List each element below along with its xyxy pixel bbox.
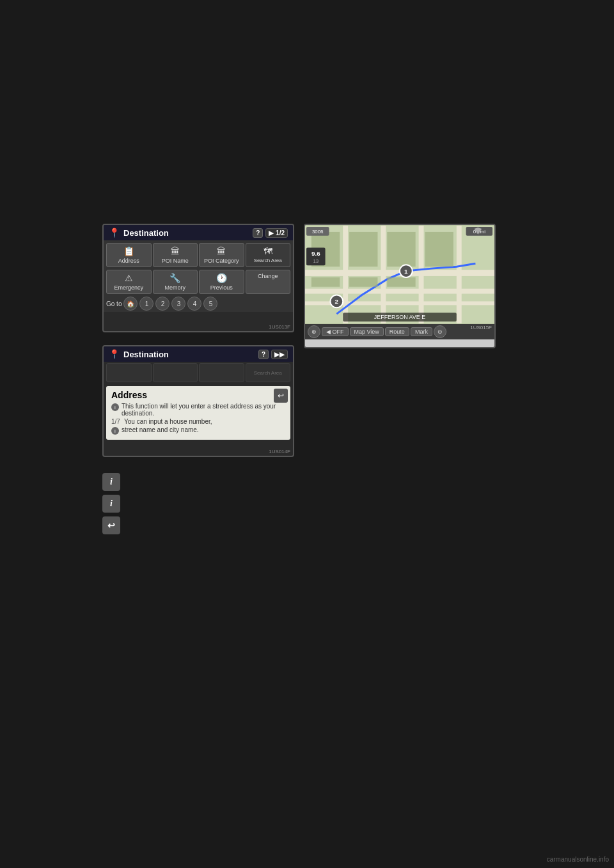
goto-label: Go to [106,300,122,307]
help-button-2[interactable]: ? [258,350,269,359]
dest-header-1: 📍 Destination ? ▶ 1/2 [104,225,293,240]
map-canvas: 1 2 300ft 0.2mi 9.6 13 JEFFERSON AVE E [305,225,494,324]
dest-pin-icon-2: 📍 [109,349,120,359]
watermark: carmanualsonline.info [547,856,609,863]
address-panel: Address ↩ i This function will let you e… [106,386,290,440]
poi-name-button[interactable]: 🏛 POI Name [153,243,198,267]
legend-item-3: ↩ [102,516,120,534]
address-info-number: 1/7 [111,418,122,425]
svg-text:300ft: 300ft [312,229,324,235]
svg-rect-12 [425,232,453,267]
previous-icon: 🕐 [201,273,242,283]
svg-rect-11 [387,232,415,267]
back-icon-box: ↩ [102,516,120,534]
dest-header-controls-2: ? ▶▶ [258,350,288,359]
route-button[interactable]: Route [385,327,409,336]
legend-item-1: i [102,473,120,491]
mark-button[interactable]: Mark [411,327,432,336]
map-controls: ⊕ ◀ OFF Map View Route Mark ⊖ [305,324,494,339]
goto-num-4[interactable]: 4 [187,297,201,311]
info-icon-box-2: i [102,495,120,513]
page: 📍 Destination ? ▶ 1/2 📋 Address 🏛 POI Na… [0,0,614,868]
dest-header-2: 📍 Destination ? ▶▶ [104,346,293,362]
zoom-out-button[interactable]: ⊖ [434,325,446,338]
help-button[interactable]: ? [253,228,263,238]
poi-category-button[interactable]: 🏛 POI Category [199,243,244,267]
dest-grid-row1: 📋 Address 🏛 POI Name 🏛 POI Category 🗺 Se… [104,240,293,270]
icon-legend: i i ↩ [102,473,120,534]
address-info-row-1: i This function will let you enter a str… [111,403,285,417]
memory-label: Memory [164,284,185,291]
goto-num-2[interactable]: 2 [155,297,169,311]
previous-button[interactable]: 🕐 Previous [199,270,244,294]
search-area-icon: 🗺 [248,246,289,256]
page-indicator[interactable]: ▶ 1/2 [265,228,288,238]
map-screen-id: 1US015F [470,325,492,330]
emergency-icon: ⚠ [108,273,150,283]
black-bottom-bar [0,548,614,868]
poi-name-label: POI Name [162,258,189,264]
previous-label: Previous [210,284,233,291]
emergency-button[interactable]: ⚠ Emergency [106,270,152,294]
emergency-label: Emergency [114,284,143,291]
svg-rect-7 [419,226,424,323]
address-info-row-2: 1/7 You can input a house number, [111,418,285,425]
svg-text:2: 2 [335,298,339,305]
dest-header-controls: ? ▶ 1/2 [253,228,288,238]
address-label: Address [118,258,139,264]
black-right-bottom-bar [310,348,614,511]
map-svg: 1 2 300ft 0.2mi 9.6 13 JEFFERSON AVE E [305,225,494,324]
poi-category-icon: 🏛 [201,246,242,256]
svg-rect-13 [311,277,340,287]
search-area-label: Search Area [254,258,282,263]
map-view-button[interactable]: Map View [350,327,384,336]
svg-text:JEFFERSON AVE E: JEFFERSON AVE E [374,314,425,320]
dest-goto-row: Go to 🏠 1 2 3 4 5 [104,295,293,312]
svg-rect-6 [381,226,386,323]
info-icon-2: i [111,427,119,435]
map-screen: 1 2 300ft 0.2mi 9.6 13 JEFFERSON AVE E [304,224,496,348]
dest-grid-row2: ⚠ Emergency 🔧 Memory 🕐 Previous Change [104,270,293,295]
goto-num-5[interactable]: 5 [203,297,217,311]
memory-button[interactable]: 🔧 Memory [153,270,198,294]
destination-screen-1: 📍 Destination ? ▶ 1/2 📋 Address 🏛 POI Na… [102,224,294,332]
off-button[interactable]: ◀ OFF [322,327,349,336]
black-left-bar [0,224,102,511]
destination-screen-2: 📍 Destination ? ▶▶ Search Area Address ↩… [102,345,294,457]
change-button[interactable]: Change [246,270,291,294]
goto-num-3[interactable]: 3 [171,297,185,311]
address-panel-title: Address [111,390,285,400]
address-button[interactable]: 📋 Address [106,243,152,267]
goto-num-1[interactable]: 1 [139,297,154,311]
legend-item-2: i [102,495,120,513]
address-icon: 📋 [108,246,150,256]
page-indicator-2: ▶▶ [271,350,288,359]
zoom-in-button[interactable]: ⊕ [308,325,320,338]
info-icon-box-1: i [102,473,120,491]
screen-id-1: 1US013F [269,324,290,330]
info-icon-1: i [111,403,119,411]
memory-icon: 🔧 [155,273,196,283]
dest-pin-icon: 📍 [109,228,120,238]
svg-rect-10 [349,232,377,267]
svg-text:13: 13 [313,258,319,264]
poi-name-icon: 🏛 [155,246,196,256]
search-area-button[interactable]: 🗺 Search Area [246,243,291,267]
black-right-top-bar [502,224,614,348]
svg-rect-14 [349,277,377,287]
address-info-text-1: This function will let you enter a stree… [122,403,285,417]
address-back-button[interactable]: ↩ [274,389,288,403]
svg-rect-15 [387,277,415,287]
address-info-text-2: You can input a house number, [124,418,212,425]
dimmed-top-row: Search Area [104,362,293,384]
dest-title-2: Destination [123,350,255,359]
svg-text:9.6: 9.6 [311,250,320,257]
dest-title-1: Destination [123,228,249,238]
screen-id-2: 1US014F [269,449,290,454]
change-label: Change [258,273,278,279]
address-info-text-3: street name and city name. [122,426,199,433]
goto-home-button[interactable]: 🏠 [123,297,138,311]
svg-rect-3 [305,289,494,294]
svg-text:1: 1 [404,268,408,275]
address-info-row-3: i street name and city name. [111,426,285,435]
